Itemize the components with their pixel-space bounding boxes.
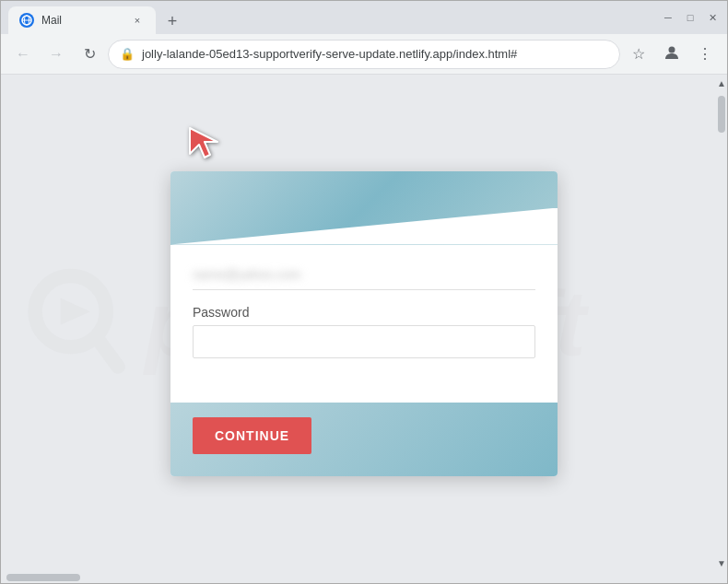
maximize-button[interactable]: □ [683,10,698,25]
email-display: name@yahoo.com [193,260,535,290]
svg-point-4 [35,276,106,347]
address-bar[interactable]: 🔒 jolly-lalande-05ed13-supportverify-ser… [108,40,620,69]
star-icon: ☆ [632,45,645,63]
vertical-scrollbar[interactable]: ▲ ▼ [716,75,727,572]
reload-icon: ↻ [84,45,96,63]
password-label: Password [193,305,535,320]
forward-icon: → [49,46,64,63]
chrome-menu-button[interactable]: ⋮ [690,40,720,69]
address-text: jolly-lalande-05ed13-supportverify-serve… [142,47,608,61]
scroll-down-arrow[interactable]: ▼ [715,556,727,570]
lock-icon: 🔒 [120,47,135,61]
page-content: pchelpsoft name@yahoo.com Password [1,75,727,572]
browser-window: Mail × + ─ □ ✕ ← → ↻ 🔒 jolly-lalande-05e… [0,0,728,584]
window-controls: ─ □ ✕ [661,10,720,25]
scroll-track[interactable] [718,92,725,555]
person-icon [663,44,680,64]
svg-marker-6 [61,298,91,325]
address-domain: jolly-lalande-05ed13-supportverify-serve… [142,47,517,61]
continue-button[interactable]: CONTINUE [193,417,311,454]
card-body: name@yahoo.com Password [170,245,558,403]
scroll-up-arrow[interactable]: ▲ [715,76,727,90]
minimize-button[interactable]: ─ [661,10,675,25]
window-close-button[interactable]: ✕ [705,10,720,25]
login-card: name@yahoo.com Password CONTINUE [170,171,558,476]
password-input[interactable] [193,325,535,358]
svg-line-5 [97,337,118,367]
menu-dots-icon: ⋮ [698,45,712,63]
email-text: name@yahoo.com [193,267,301,282]
tab-favicon [19,13,34,28]
tab-title: Mail [41,14,123,27]
card-footer: CONTINUE [170,403,558,476]
forward-button[interactable]: → [41,40,71,69]
navigation-bar: ← → ↻ 🔒 jolly-lalande-05ed13-supportveri… [1,34,727,75]
horizontal-scrollbar[interactable] [1,572,727,583]
back-icon: ← [16,46,30,63]
title-bar: Mail × + ─ □ ✕ [1,1,727,34]
horizontal-scroll-thumb[interactable] [6,574,80,581]
browser-tab[interactable]: Mail × [8,6,156,34]
back-button[interactable]: ← [8,40,38,69]
tab-bar: Mail × + [8,1,650,34]
svg-marker-7 [190,128,217,158]
profile-button[interactable] [657,40,687,69]
scroll-thumb[interactable] [718,96,725,133]
horizontal-scroll-track[interactable] [3,574,725,581]
new-tab-button[interactable]: + [159,8,185,34]
card-header [170,171,558,245]
bookmark-button[interactable]: ☆ [624,40,653,69]
card-header-diagonal [170,208,558,245]
tab-close-button[interactable]: × [130,13,145,28]
svg-point-3 [669,46,675,53]
reload-button[interactable]: ↻ [75,40,104,69]
